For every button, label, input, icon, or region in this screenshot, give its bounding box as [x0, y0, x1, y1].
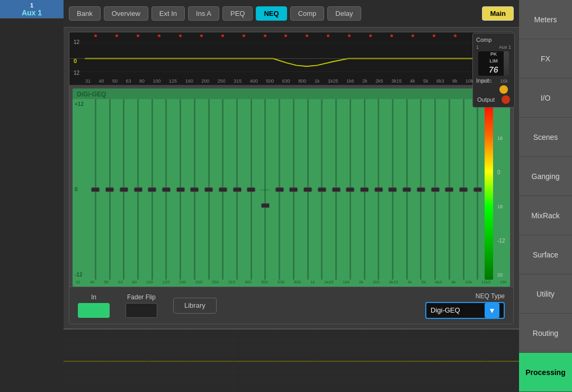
tab-delay[interactable]: Delay	[327, 6, 361, 21]
comp-channels: 1 Aux 1	[476, 44, 511, 50]
bottom-controls: In Fader Flip Library NEQ Type Digi-GEQ …	[69, 287, 513, 324]
geq-slider-col-2k[interactable]	[343, 99, 358, 280]
geq-slider-handle-200[interactable]	[204, 187, 213, 192]
sidebar-btn-meters[interactable]: Meters	[519, 0, 572, 39]
geq-slider-handle-160[interactable]	[190, 187, 199, 192]
channel-label: 1 Aux 1	[0, 0, 64, 19]
tab-bank[interactable]: Bank	[69, 6, 101, 21]
geq-slider-handle-6k3[interactable]	[417, 187, 425, 192]
tab-overview[interactable]: Overview	[104, 6, 148, 21]
geq-slider-col-160[interactable]	[187, 99, 202, 280]
geq-slider-handle-80[interactable]	[148, 187, 156, 192]
geq-slider-handle-315[interactable]	[233, 187, 242, 192]
fader-flip-label: Fader Flip	[127, 293, 156, 301]
geq-slider-col-500[interactable]	[258, 99, 273, 280]
geq-slider-handle-16k[interactable]	[473, 187, 482, 192]
in-toggle[interactable]	[78, 303, 110, 318]
comp-panel: Comp 1 Aux 1 PK LIM 76 Input Output	[472, 33, 515, 108]
geq-slider-handle-1k6[interactable]	[332, 187, 341, 192]
geq-slider-col-8k[interactable]	[428, 99, 442, 280]
db-label-12-bottom: 12	[74, 70, 79, 76]
geq-slider-handle-4k[interactable]	[388, 187, 397, 192]
comp-ch1: 1	[476, 44, 479, 50]
output-dot[interactable]	[502, 95, 510, 104]
geq-slider-col-630[interactable]	[272, 99, 287, 280]
right-sidebar: Meters FX I/O Scenes Ganging MixRack Sur…	[519, 0, 572, 392]
geq-slider-handle-800[interactable]	[289, 187, 298, 192]
geq-slider-handle-8k[interactable]	[431, 187, 440, 192]
geq-slider-handle-5k[interactable]	[403, 187, 411, 192]
tab-ins-a[interactable]: Ins A	[188, 6, 219, 21]
geq-slider-col-31[interactable]	[88, 99, 103, 280]
sidebar-btn-routing[interactable]: Routing	[519, 314, 572, 353]
geq-slider-handle-400[interactable]	[247, 187, 255, 192]
geq-slider-handle-125[interactable]	[176, 187, 185, 192]
geq-slider-col-5k[interactable]	[400, 99, 414, 280]
tab-peq[interactable]: PEQ	[222, 6, 253, 21]
tab-neq[interactable]: NEQ	[256, 6, 287, 21]
geq-slider-handle-31[interactable]	[91, 187, 100, 192]
geq-slider-col-63[interactable]	[131, 99, 145, 280]
geq-slider-col-800[interactable]	[287, 99, 301, 280]
sidebar-btn-scenes[interactable]: Scenes	[519, 118, 572, 157]
eq-curve-svg	[69, 32, 513, 85]
geq-slider-handle-2k[interactable]	[346, 187, 354, 192]
geq-slider-col-250[interactable]	[216, 99, 230, 280]
geq-slider-col-100[interactable]	[159, 99, 174, 280]
neq-type-select[interactable]: Digi-GEQ ▼	[425, 302, 505, 319]
geq-slider-col-3k15[interactable]	[371, 99, 386, 280]
db-labels-right: +12 16 0 18 -12 20	[495, 99, 510, 280]
geq-slider-handle-250[interactable]	[219, 187, 227, 192]
geq-slider-col-16k[interactable]	[470, 99, 485, 280]
tab-main[interactable]: Main	[482, 6, 514, 21]
geq-slider-col-4k[interactable]	[386, 99, 400, 280]
geq-sliders-grid	[88, 99, 485, 280]
geq-slider-col-50[interactable]	[117, 99, 131, 280]
geq-slider-handle-10k[interactable]	[445, 187, 453, 192]
geq-slider-handle-500[interactable]	[261, 203, 270, 208]
eq-freq-labels: 314050 6380100 125160200 250315400 50063…	[85, 78, 508, 84]
fader-flip-toggle[interactable]	[126, 303, 157, 318]
sidebar-btn-utility[interactable]: Utility	[519, 274, 572, 314]
geq-slider-handle-1k[interactable]	[303, 187, 312, 192]
geq-slider-handle-63[interactable]	[134, 187, 142, 192]
geq-slider-handle-100[interactable]	[162, 187, 171, 192]
geq-slider-col-6k3[interactable]	[414, 99, 428, 280]
geq-slider-handle-40[interactable]	[105, 187, 114, 192]
geq-slider-col-2k5[interactable]	[358, 99, 372, 280]
tab-ext-in[interactable]: Ext In	[151, 6, 185, 21]
geq-slider-col-12k5[interactable]	[457, 99, 471, 280]
input-dot[interactable]	[499, 85, 508, 94]
sidebar-btn-surface[interactable]: Surface	[519, 235, 572, 274]
dropdown-arrow-icon[interactable]: ▼	[485, 303, 499, 318]
geq-slider-col-40[interactable]	[103, 99, 117, 280]
library-button[interactable]: Library	[173, 298, 217, 314]
geq-slider-handle-2k5[interactable]	[360, 187, 369, 192]
wave-svg	[64, 329, 519, 392]
tab-comp[interactable]: Comp	[290, 6, 325, 21]
comp-aux1: Aux 1	[499, 44, 511, 50]
geq-slider-handle-630[interactable]	[275, 187, 284, 192]
geq-slider-col-1k[interactable]	[301, 99, 315, 280]
geq-slider-col-1k6[interactable]	[329, 99, 343, 280]
geq-freq-labels-bottom: 314050 6380100 125160200 250315400 50063…	[73, 280, 510, 287]
fader-flip-group: Fader Flip	[126, 293, 157, 318]
geq-slider-col-80[interactable]	[145, 99, 159, 280]
geq-slider-handle-1k25[interactable]	[318, 187, 326, 192]
geq-slider-handle-12k5[interactable]	[459, 187, 468, 192]
geq-slider-handle-50[interactable]	[120, 187, 128, 192]
db-label-12-top: 12	[74, 40, 79, 45]
sidebar-btn-fx[interactable]: FX	[519, 39, 572, 78]
geq-slider-col-125[interactable]	[173, 99, 187, 280]
geq-slider-col-400[interactable]	[244, 99, 258, 280]
sidebar-btn-io[interactable]: I/O	[519, 78, 572, 118]
sidebar-btn-mixrack[interactable]: MixRack	[519, 196, 572, 235]
geq-slider-col-10k[interactable]	[442, 99, 457, 280]
db-labels-left: +12 0 -12	[73, 99, 88, 280]
geq-slider-handle-3k15[interactable]	[374, 187, 383, 192]
sidebar-btn-ganging[interactable]: Ganging	[519, 157, 572, 196]
sidebar-btn-processing[interactable]: Processing	[519, 353, 572, 392]
geq-slider-col-1k25[interactable]	[315, 99, 329, 280]
geq-slider-col-200[interactable]	[202, 99, 216, 280]
geq-slider-col-315[interactable]	[230, 99, 244, 280]
